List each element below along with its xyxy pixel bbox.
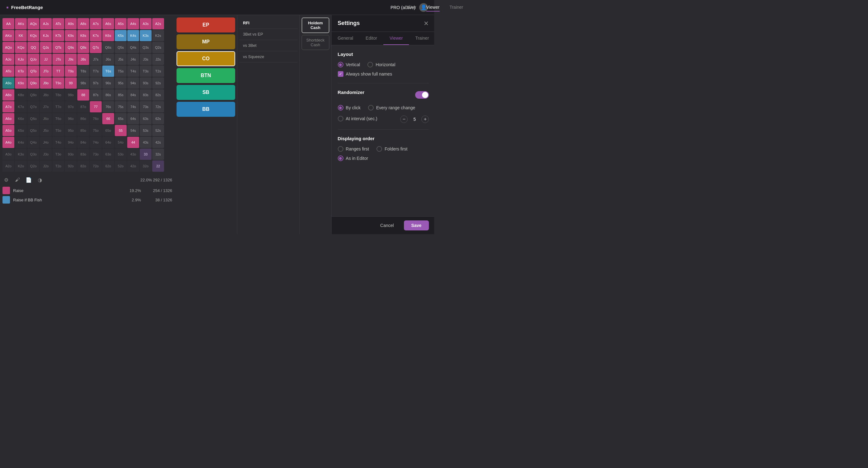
table-row[interactable]: 97s bbox=[90, 78, 102, 89]
by-click-option[interactable]: By click bbox=[338, 105, 361, 111]
shortdeck-cash-btn[interactable]: Shortdeck Cash bbox=[302, 35, 329, 50]
table-row[interactable]: 63s bbox=[140, 113, 152, 124]
table-row[interactable]: 99 bbox=[65, 78, 77, 89]
table-row[interactable]: 53o bbox=[115, 149, 127, 160]
table-row[interactable]: T8o bbox=[53, 89, 64, 100]
table-row[interactable]: Q3s bbox=[140, 42, 152, 53]
save-button[interactable]: Save bbox=[404, 221, 429, 230]
table-row[interactable]: A3o bbox=[2, 149, 14, 160]
table-row[interactable]: T9o bbox=[53, 78, 64, 89]
table-row[interactable]: 73s bbox=[140, 101, 152, 112]
table-row[interactable]: 95s bbox=[115, 78, 127, 89]
table-row[interactable]: K9o bbox=[15, 78, 27, 89]
table-row[interactable]: J5o bbox=[40, 125, 52, 136]
table-row[interactable]: A2o bbox=[2, 160, 14, 172]
table-row[interactable]: T6o bbox=[53, 113, 64, 124]
table-row[interactable]: AQo bbox=[2, 42, 14, 53]
table-row[interactable]: T8s bbox=[78, 65, 89, 77]
scenario-vs-3bet[interactable]: vs 3Bet bbox=[239, 40, 298, 51]
table-row[interactable]: 93s bbox=[140, 78, 152, 89]
table-row[interactable]: JTs bbox=[53, 54, 64, 65]
holdem-cash-btn[interactable]: Holdem Cash bbox=[302, 18, 329, 33]
table-row[interactable]: 94o bbox=[65, 137, 77, 148]
table-row[interactable]: 32o bbox=[140, 160, 152, 172]
folders-first-radio[interactable] bbox=[376, 146, 382, 152]
table-row[interactable]: 82o bbox=[78, 160, 89, 172]
table-row[interactable]: 74o bbox=[90, 137, 102, 148]
always-show-checkbox[interactable]: ✓ bbox=[338, 71, 343, 77]
table-row[interactable]: 84s bbox=[127, 89, 139, 100]
table-row[interactable]: QJs bbox=[40, 42, 52, 53]
table-row[interactable]: 43o bbox=[127, 149, 139, 160]
table-row[interactable]: J2o bbox=[40, 160, 52, 172]
table-row[interactable]: K2o bbox=[15, 160, 27, 172]
table-row[interactable]: T6s bbox=[102, 65, 114, 77]
table-row[interactable]: 52s bbox=[152, 125, 164, 136]
table-row[interactable]: A9s bbox=[65, 18, 77, 29]
table-row[interactable]: J5s bbox=[115, 54, 127, 65]
folders-first-option[interactable]: Folders first bbox=[376, 146, 407, 152]
table-row[interactable]: J6s bbox=[102, 54, 114, 65]
at-interval-radio[interactable] bbox=[338, 116, 343, 121]
tab-general[interactable]: General bbox=[332, 32, 360, 45]
table-row[interactable]: Q2s bbox=[152, 42, 164, 53]
table-row[interactable]: KJo bbox=[15, 54, 27, 65]
table-row[interactable]: Q2o bbox=[27, 160, 39, 172]
table-row[interactable]: A5o bbox=[2, 125, 14, 136]
table-row[interactable]: T7s bbox=[90, 65, 102, 77]
table-row[interactable]: 86o bbox=[78, 113, 89, 124]
scenario-vs-squeeze[interactable]: vs Squeeze bbox=[239, 51, 298, 62]
interval-increment[interactable]: + bbox=[422, 116, 429, 123]
table-row[interactable]: JJ bbox=[40, 54, 52, 65]
table-row[interactable]: 55 bbox=[115, 125, 127, 136]
table-row[interactable]: A2s bbox=[152, 18, 164, 29]
table-row[interactable]: Q7s bbox=[90, 42, 102, 53]
table-row[interactable]: Q9o bbox=[27, 78, 39, 89]
table-row[interactable]: AA bbox=[2, 18, 14, 29]
table-row[interactable]: 32s bbox=[152, 149, 164, 160]
table-row[interactable]: K4s bbox=[127, 30, 139, 41]
table-row[interactable]: 64o bbox=[102, 137, 114, 148]
table-row[interactable]: 87s bbox=[90, 89, 102, 100]
table-row[interactable]: ATs bbox=[53, 18, 64, 29]
table-row[interactable]: 76o bbox=[90, 113, 102, 124]
table-row[interactable]: 42s bbox=[152, 137, 164, 148]
table-row[interactable]: 44 bbox=[127, 137, 139, 148]
table-row[interactable]: 64s bbox=[127, 113, 139, 124]
table-row[interactable]: 96o bbox=[65, 113, 77, 124]
ranges-first-radio[interactable] bbox=[338, 146, 343, 152]
table-row[interactable]: A3s bbox=[140, 18, 152, 29]
table-row[interactable]: K3s bbox=[140, 30, 152, 41]
table-row[interactable]: KQs bbox=[27, 30, 39, 41]
table-row[interactable]: QTs bbox=[53, 42, 64, 53]
table-row[interactable]: 65o bbox=[102, 125, 114, 136]
ranges-first-option[interactable]: Ranges first bbox=[338, 146, 369, 152]
table-row[interactable]: T4o bbox=[53, 137, 64, 148]
table-row[interactable]: Q5o bbox=[27, 125, 39, 136]
table-row[interactable]: K7o bbox=[15, 101, 27, 112]
table-row[interactable]: 62o bbox=[102, 160, 114, 172]
nav-editor[interactable]: Editor bbox=[405, 3, 416, 11]
table-row[interactable]: T5s bbox=[115, 65, 127, 77]
table-row[interactable]: 42o bbox=[127, 160, 139, 172]
table-row[interactable]: AKs bbox=[15, 18, 27, 29]
scenario-rfi[interactable]: RFI bbox=[239, 18, 298, 29]
table-row[interactable]: ATo bbox=[2, 65, 14, 77]
table-row[interactable]: J8s bbox=[78, 54, 89, 65]
table-row[interactable]: 72o bbox=[90, 160, 102, 172]
table-row[interactable]: KK bbox=[15, 30, 27, 41]
table-row[interactable]: AJo bbox=[2, 54, 14, 65]
table-row[interactable]: J9o bbox=[40, 78, 52, 89]
table-row[interactable]: 75o bbox=[90, 125, 102, 136]
table-row[interactable]: 75s bbox=[115, 101, 127, 112]
contrast-tool-icon[interactable]: ◑ bbox=[36, 176, 44, 183]
pos-ep[interactable]: EP bbox=[177, 18, 235, 32]
table-row[interactable]: Q3o bbox=[27, 149, 39, 160]
table-row[interactable]: J3s bbox=[140, 54, 152, 65]
table-row[interactable]: 85s bbox=[115, 89, 127, 100]
pos-bb[interactable]: BB bbox=[177, 102, 235, 117]
brush-tool-icon[interactable]: 🖌 bbox=[14, 176, 21, 183]
table-row[interactable]: J2s bbox=[152, 54, 164, 65]
table-row[interactable]: 63o bbox=[102, 149, 114, 160]
table-row[interactable]: T9s bbox=[65, 65, 77, 77]
